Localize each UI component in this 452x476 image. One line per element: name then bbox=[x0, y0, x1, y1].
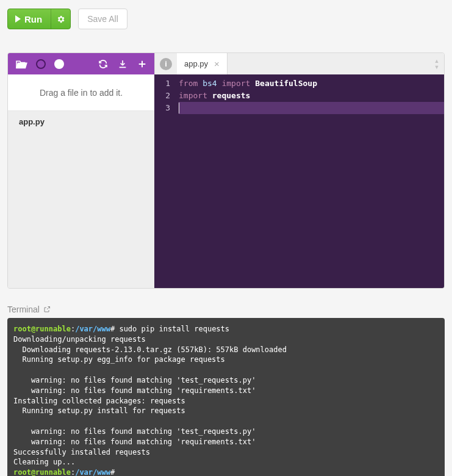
info-icon: i bbox=[160, 58, 172, 70]
code-line: from bs4 import BeautifulSoup bbox=[179, 78, 444, 90]
terminal-label: Terminal bbox=[7, 305, 40, 314]
tab-app-py[interactable]: app.py × bbox=[177, 53, 228, 74]
file-pane: Drag a file in to add it. app.py bbox=[8, 74, 154, 288]
line-gutter: 1 2 3 bbox=[154, 74, 175, 288]
chevron-down-icon: ▼ bbox=[434, 64, 440, 70]
ide-header: i app.py × ▲ ▼ bbox=[8, 53, 444, 74]
scroll-spinner[interactable]: ▲ ▼ bbox=[429, 53, 444, 74]
code-area: from bs4 import BeautifulSoup import req… bbox=[175, 74, 444, 288]
cursor bbox=[179, 103, 179, 114]
tab-area: i app.py × ▲ ▼ bbox=[154, 53, 444, 74]
terminal-output[interactable]: root@runnable:/var/www# sudo pip install… bbox=[7, 318, 445, 476]
record-outline-icon[interactable] bbox=[36, 59, 46, 69]
chevron-up-icon: ▲ bbox=[434, 58, 440, 64]
terminal-body: Downloading/unpacking requests Downloadi… bbox=[13, 335, 287, 467]
run-label: Run bbox=[24, 14, 42, 24]
folder-open-icon[interactable] bbox=[15, 59, 27, 69]
tab-label: app.py bbox=[184, 59, 208, 68]
line-number: 1 bbox=[154, 78, 170, 90]
save-all-button[interactable]: Save All bbox=[78, 9, 127, 29]
terminal-section: Terminal root@runnable:/var/www# sudo pi… bbox=[7, 305, 445, 476]
play-icon bbox=[15, 15, 21, 23]
download-icon[interactable] bbox=[118, 59, 127, 69]
top-toolbar: Run Save All bbox=[0, 0, 452, 37]
line-number: 2 bbox=[154, 90, 170, 102]
file-toolbar bbox=[8, 53, 154, 74]
terminal-header[interactable]: Terminal bbox=[7, 305, 445, 314]
code-line-active bbox=[179, 102, 444, 114]
run-settings-button[interactable] bbox=[51, 9, 70, 29]
run-button-group: Run bbox=[7, 9, 71, 29]
record-solid-icon[interactable] bbox=[54, 59, 64, 69]
refresh-icon[interactable] bbox=[98, 59, 108, 69]
code-line: import requests bbox=[179, 90, 444, 102]
ide-body: Drag a file in to add it. app.py 1 2 3 f… bbox=[8, 74, 444, 288]
plus-icon[interactable] bbox=[137, 59, 147, 69]
code-editor[interactable]: 1 2 3 from bs4 import BeautifulSoup impo… bbox=[154, 74, 444, 288]
gear-icon bbox=[56, 15, 65, 24]
file-item-app-py[interactable]: app.py bbox=[8, 111, 154, 132]
dropzone[interactable]: Drag a file in to add it. bbox=[8, 74, 154, 111]
run-button[interactable]: Run bbox=[8, 9, 51, 29]
close-icon[interactable]: × bbox=[214, 59, 220, 68]
info-button[interactable]: i bbox=[155, 53, 177, 74]
ide-frame: i app.py × ▲ ▼ Drag a file in to add it.… bbox=[7, 52, 445, 289]
external-link-icon bbox=[43, 306, 51, 313]
line-number: 3 bbox=[154, 102, 170, 114]
